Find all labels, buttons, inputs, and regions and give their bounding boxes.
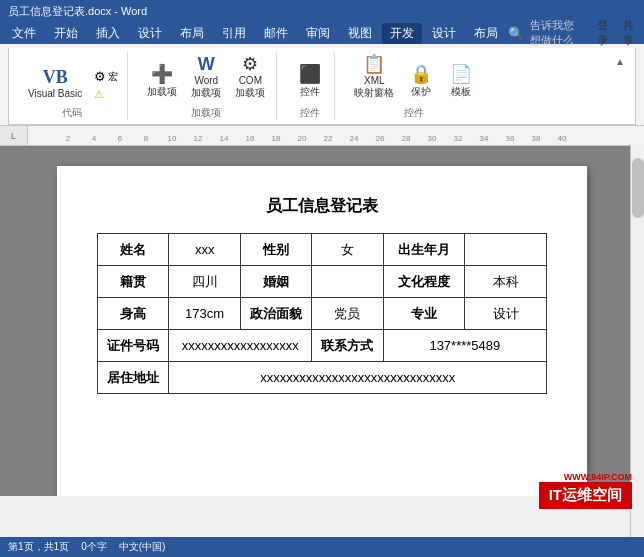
menu-review[interactable]: 审阅 bbox=[298, 23, 338, 44]
visual-basic-button[interactable]: VB Visual Basic bbox=[23, 65, 87, 102]
menu-design2[interactable]: 设计 bbox=[424, 23, 464, 44]
mapping-group-items: 📋 XML映射窗格 🔒 保护 📄 模板 bbox=[349, 52, 479, 104]
word-addin-button[interactable]: W Word加载项 bbox=[186, 52, 226, 102]
value-dob bbox=[465, 234, 547, 266]
scroll-thumb[interactable] bbox=[632, 158, 644, 218]
label-contact: 联系方式 bbox=[312, 330, 383, 362]
label-major: 专业 bbox=[383, 298, 465, 330]
protect-button[interactable]: 🔒 保护 bbox=[403, 62, 439, 102]
document-title: 员工信息登记表 bbox=[97, 196, 547, 217]
com-addin-button[interactable]: ⚙ COM加载项 bbox=[230, 52, 270, 102]
value-hometown: 四川 bbox=[169, 266, 240, 298]
protect-icon: 🔒 bbox=[410, 65, 432, 83]
watermark-url: WWW.94IP.COM bbox=[539, 472, 632, 482]
ribbon: VB Visual Basic ⚙ 宏 ⚠ 代码 ➕ bbox=[0, 44, 644, 126]
xml-mapping-icon: 📋 bbox=[363, 55, 385, 73]
mapping-group-label: 控件 bbox=[404, 104, 424, 120]
ribbon-collapse-button[interactable]: ▲ bbox=[613, 54, 627, 68]
info-table: 姓名 xxx 性别 女 出生年月 籍贯 四川 婚姻 文化程度 本科 bbox=[97, 233, 547, 394]
menu-mail[interactable]: 邮件 bbox=[256, 23, 296, 44]
controls-group-label: 控件 bbox=[300, 104, 320, 120]
label-education: 文化程度 bbox=[383, 266, 465, 298]
value-major: 设计 bbox=[465, 298, 547, 330]
watermark-brand: IT运维空间 bbox=[539, 482, 632, 509]
addins-group-items: ➕ 加载项 W Word加载项 ⚙ COM加载项 bbox=[142, 52, 270, 104]
ribbon-group-addins: ➕ 加载项 W Word加载项 ⚙ COM加载项 加载项 bbox=[136, 52, 277, 120]
value-politics: 党员 bbox=[312, 298, 383, 330]
vertical-scrollbar[interactable] bbox=[630, 144, 644, 537]
label-gender: 性别 bbox=[240, 234, 311, 266]
watermark-area: WWW.94IP.COM IT运维空间 bbox=[539, 472, 632, 509]
word-addin-icon: W bbox=[198, 55, 215, 73]
add-item-icon: ➕ bbox=[151, 65, 173, 83]
value-contact: 137****5489 bbox=[383, 330, 546, 362]
table-row: 身高 173cm 政治面貌 党员 专业 设计 bbox=[98, 298, 547, 330]
macro-area: ⚙ 宏 ⚠ bbox=[91, 68, 121, 102]
value-marriage bbox=[312, 266, 383, 298]
value-name: xxx bbox=[169, 234, 240, 266]
login-btn[interactable]: 登录 bbox=[597, 18, 610, 48]
ribbon-group-controls: ⬛ 控件 控件 bbox=[285, 52, 335, 120]
value-address: xxxxxxxxxxxxxxxxxxxxxxxxxxxxxx bbox=[169, 362, 547, 394]
ribbon-right-area: 🔍 告诉我您想做什么 登录 共享 bbox=[508, 18, 640, 48]
macro-icon: ⚙ bbox=[94, 69, 106, 84]
table-row: 姓名 xxx 性别 女 出生年月 bbox=[98, 234, 547, 266]
table-row: 居住地址 xxxxxxxxxxxxxxxxxxxxxxxxxxxxxx bbox=[98, 362, 547, 394]
code-group-items: VB Visual Basic ⚙ 宏 ⚠ bbox=[23, 52, 121, 104]
table-row: 籍贯 四川 婚姻 文化程度 本科 bbox=[98, 266, 547, 298]
document-area: 员工信息登记表 姓名 xxx 性别 女 出生年月 籍贯 四川 婚姻 bbox=[0, 146, 644, 496]
menu-layout2[interactable]: 布局 bbox=[466, 23, 506, 44]
value-id: xxxxxxxxxxxxxxxxxx bbox=[169, 330, 312, 362]
ruler-marks: 2 4 6 8 10 12 14 16 18 20 22 24 26 28 30… bbox=[38, 126, 614, 145]
menu-view[interactable]: 视图 bbox=[340, 23, 380, 44]
add-item-button[interactable]: ➕ 加载项 bbox=[142, 62, 182, 102]
controls-button[interactable]: ⬛ 控件 bbox=[292, 62, 328, 102]
controls-group-items: ⬛ 控件 bbox=[292, 52, 328, 104]
menu-insert[interactable]: 插入 bbox=[88, 23, 128, 44]
controls-icon: ⬛ bbox=[299, 65, 321, 83]
table-row: 证件号码 xxxxxxxxxxxxxxxxxx 联系方式 137****5489 bbox=[98, 330, 547, 362]
value-education: 本科 bbox=[465, 266, 547, 298]
addins-group-label: 加载项 bbox=[191, 104, 221, 120]
ribbon-content: VB Visual Basic ⚙ 宏 ⚠ 代码 ➕ bbox=[8, 48, 636, 125]
ruler-area: L 2 4 6 8 10 12 14 16 18 20 22 24 26 28 … bbox=[0, 126, 644, 146]
document-page: 员工信息登记表 姓名 xxx 性别 女 出生年月 籍贯 四川 婚姻 bbox=[57, 166, 587, 496]
value-gender: 女 bbox=[312, 234, 383, 266]
visual-basic-icon: VB bbox=[43, 68, 68, 86]
share-btn[interactable]: 共享 bbox=[623, 18, 636, 48]
com-addin-icon: ⚙ bbox=[242, 55, 258, 73]
menu-bar: 文件 开始 插入 设计 布局 引用 邮件 审阅 视图 开发 设计 布局 🔍 告诉… bbox=[0, 22, 644, 44]
xml-mapping-button[interactable]: 📋 XML映射窗格 bbox=[349, 52, 399, 102]
label-hometown: 籍贯 bbox=[98, 266, 169, 298]
status-bar: 第1页，共1页 0个字 中文(中国) bbox=[0, 537, 644, 557]
menu-dev[interactable]: 开发 bbox=[382, 23, 422, 44]
macro-warning[interactable]: ⚠ bbox=[91, 87, 121, 102]
template-icon: 📄 bbox=[450, 65, 472, 83]
word-count: 0个字 bbox=[81, 540, 107, 554]
ribbon-group-code: VB Visual Basic ⚙ 宏 ⚠ 代码 bbox=[17, 52, 128, 120]
menu-reference[interactable]: 引用 bbox=[214, 23, 254, 44]
macro-button[interactable]: ⚙ 宏 bbox=[91, 68, 121, 85]
label-politics: 政治面貌 bbox=[240, 298, 311, 330]
menu-layout[interactable]: 布局 bbox=[172, 23, 212, 44]
label-dob: 出生年月 bbox=[383, 234, 465, 266]
page-info: 第1页，共1页 bbox=[8, 540, 69, 554]
ribbon-group-mapping: 📋 XML映射窗格 🔒 保护 📄 模板 控件 bbox=[343, 52, 485, 120]
menu-design[interactable]: 设计 bbox=[130, 23, 170, 44]
ruler-label: L bbox=[0, 126, 28, 146]
label-marriage: 婚姻 bbox=[240, 266, 311, 298]
template-button[interactable]: 📄 模板 bbox=[443, 62, 479, 102]
label-height: 身高 bbox=[98, 298, 169, 330]
warning-icon: ⚠ bbox=[94, 88, 104, 101]
menu-file[interactable]: 文件 bbox=[4, 23, 44, 44]
language: 中文(中国) bbox=[119, 540, 166, 554]
label-address: 居住地址 bbox=[98, 362, 169, 394]
label-name: 姓名 bbox=[98, 234, 169, 266]
app-title: 员工信息登记表.docx - Word bbox=[8, 4, 147, 19]
menu-start[interactable]: 开始 bbox=[46, 23, 86, 44]
search-hint[interactable]: 告诉我您想做什么 bbox=[530, 18, 583, 48]
code-group-label: 代码 bbox=[62, 104, 82, 120]
value-height: 173cm bbox=[169, 298, 240, 330]
label-id: 证件号码 bbox=[98, 330, 169, 362]
